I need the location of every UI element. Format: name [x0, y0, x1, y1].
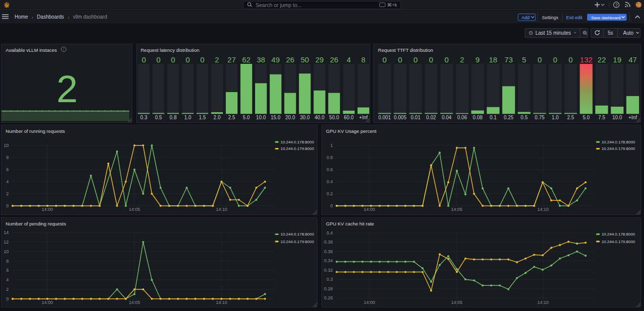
- svg-text:0.34: 0.34: [324, 258, 333, 263]
- svg-text:0.005: 0.005: [394, 115, 407, 120]
- svg-text:0.5: 0.5: [521, 115, 528, 120]
- svg-text:0.04: 0.04: [442, 115, 452, 120]
- svg-text:Save dashboard: Save dashboard: [591, 16, 620, 20]
- svg-text:5.0: 5.0: [243, 115, 250, 120]
- svg-text:0: 0: [141, 55, 145, 64]
- svg-text:10.244.0.178:8000: 10.244.0.178:8000: [601, 140, 635, 144]
- svg-text:1: 1: [330, 143, 333, 148]
- svg-text:10.244.0.179:8000: 10.244.0.179:8000: [281, 146, 314, 151]
- svg-text:14:10: 14:10: [216, 300, 227, 305]
- svg-text:0.4: 0.4: [327, 230, 333, 236]
- svg-text:132: 132: [580, 55, 593, 64]
- svg-text:14:00: 14:00: [364, 207, 375, 212]
- svg-text:0.8: 0.8: [327, 155, 333, 160]
- svg-text:10: 10: [4, 249, 9, 254]
- svg-text:19: 19: [613, 55, 622, 64]
- svg-text:0.08: 0.08: [473, 115, 483, 120]
- svg-text:0.38: 0.38: [324, 240, 333, 245]
- svg-text:14:05: 14:05: [451, 207, 462, 212]
- svg-text:1.0: 1.0: [184, 115, 191, 120]
- svg-text:0: 0: [429, 55, 433, 64]
- svg-text:26: 26: [330, 55, 338, 64]
- svg-text:12: 12: [4, 240, 9, 245]
- svg-text:9: 9: [475, 55, 479, 64]
- svg-text:10.244.0.179:8000: 10.244.0.179:8000: [281, 240, 314, 244]
- svg-text:0: 0: [171, 55, 175, 64]
- svg-text:73: 73: [505, 55, 513, 64]
- svg-text:+Inf: +Inf: [628, 115, 637, 120]
- svg-text:0.36: 0.36: [324, 249, 333, 254]
- svg-text:+Inf: +Inf: [359, 115, 367, 120]
- svg-text:15.0: 15.0: [270, 115, 280, 120]
- svg-text:14:00: 14:00: [42, 300, 53, 305]
- svg-text:8: 8: [7, 259, 9, 264]
- svg-text:0: 0: [383, 55, 387, 64]
- svg-text:0: 0: [569, 55, 573, 64]
- svg-text:14:10: 14:10: [216, 207, 227, 212]
- svg-text:8: 8: [7, 155, 9, 160]
- svg-text:8: 8: [361, 55, 365, 64]
- svg-text:0: 0: [330, 203, 333, 208]
- svg-text:?: ?: [615, 3, 618, 8]
- svg-text:0.1: 0.1: [490, 115, 497, 120]
- svg-text:40.0: 40.0: [314, 115, 325, 120]
- svg-text:14:05: 14:05: [451, 300, 462, 305]
- svg-text:10.244.0.179:8000: 10.244.0.179:8000: [601, 240, 635, 244]
- svg-text:14:10: 14:10: [537, 300, 548, 305]
- svg-text:2.5: 2.5: [228, 115, 235, 120]
- svg-text:20.0: 20.0: [285, 115, 295, 120]
- svg-text:50: 50: [300, 55, 309, 64]
- svg-text:18: 18: [489, 55, 498, 64]
- svg-text:10.0: 10.0: [256, 115, 266, 120]
- svg-text:0.26: 0.26: [324, 295, 333, 300]
- svg-text:0.06: 0.06: [457, 115, 467, 120]
- svg-text:0.75: 0.75: [535, 115, 545, 120]
- svg-text:49: 49: [271, 55, 280, 64]
- svg-text:0.6: 0.6: [327, 167, 333, 172]
- svg-text:60.0: 60.0: [344, 115, 354, 120]
- svg-text:14: 14: [4, 230, 9, 235]
- svg-text:0: 0: [414, 55, 418, 64]
- svg-text:14:05: 14:05: [129, 207, 140, 212]
- svg-text:0: 0: [185, 55, 189, 64]
- svg-text:2: 2: [7, 191, 9, 196]
- svg-text:2.5: 2.5: [568, 115, 575, 120]
- svg-text:38: 38: [257, 55, 265, 64]
- svg-text:2: 2: [460, 55, 464, 64]
- svg-text:0.01: 0.01: [411, 115, 421, 120]
- svg-text:2: 2: [7, 287, 9, 292]
- svg-text:14:00: 14:00: [364, 300, 375, 305]
- svg-text:0: 0: [398, 55, 402, 64]
- svg-text:4: 4: [7, 277, 9, 282]
- svg-text:62: 62: [242, 55, 251, 64]
- svg-text:50.0: 50.0: [329, 115, 339, 120]
- svg-text:0: 0: [553, 55, 557, 64]
- svg-text:0.001: 0.001: [378, 115, 391, 120]
- svg-text:5.0: 5.0: [583, 115, 590, 120]
- svg-text:29: 29: [315, 55, 324, 64]
- svg-text:1.0: 1.0: [552, 115, 559, 120]
- svg-text:0.8: 0.8: [170, 115, 177, 120]
- svg-text:0: 0: [538, 55, 542, 64]
- svg-text:7.5: 7.5: [598, 115, 605, 120]
- svg-text:2.0: 2.0: [213, 115, 220, 120]
- svg-text:10.0: 10.0: [612, 115, 622, 120]
- svg-text:2: 2: [215, 55, 219, 64]
- svg-text:30.0: 30.0: [300, 115, 310, 120]
- svg-text:27: 27: [227, 55, 236, 64]
- svg-text:0.5: 0.5: [154, 115, 162, 120]
- svg-text:47: 47: [628, 55, 637, 64]
- svg-text:10.244.0.178:8000: 10.244.0.178:8000: [281, 232, 314, 237]
- svg-text:6: 6: [7, 167, 9, 172]
- svg-text:22: 22: [598, 55, 606, 64]
- svg-text:0.32: 0.32: [324, 268, 333, 273]
- svg-text:26: 26: [286, 55, 294, 64]
- svg-text:0: 0: [7, 296, 9, 301]
- svg-text:i: i: [63, 48, 64, 51]
- svg-text:4: 4: [347, 55, 351, 64]
- svg-text:5: 5: [522, 55, 526, 64]
- svg-text:0.28: 0.28: [324, 286, 333, 291]
- svg-text:0.3: 0.3: [140, 115, 147, 120]
- svg-text:0: 0: [445, 55, 449, 64]
- svg-text:0.4: 0.4: [327, 179, 333, 184]
